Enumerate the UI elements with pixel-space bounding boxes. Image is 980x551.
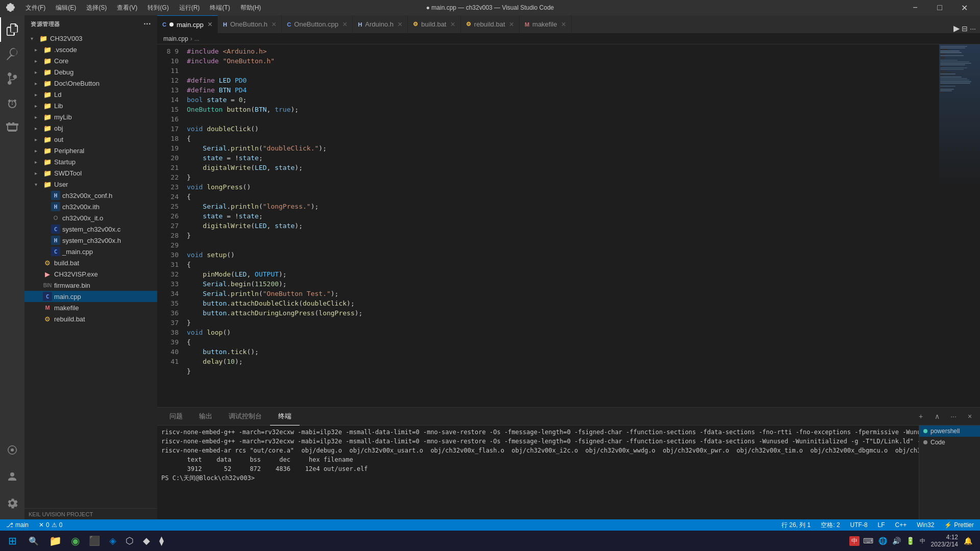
run-button[interactable]: ▶ [953, 23, 960, 33]
language-status[interactable]: C++ [893, 521, 909, 529]
taskbar-app-extra2[interactable]: ◆ [139, 531, 154, 551]
tab-close-4[interactable]: × [450, 20, 455, 29]
tree-item-23[interactable]: Mmakefile [24, 302, 157, 313]
tab-close-1[interactable]: × [272, 20, 276, 29]
tree-item-22[interactable]: Cmain.cpp [24, 291, 157, 302]
panel-tab-terminal[interactable]: 终端 [270, 408, 300, 425]
notifications-icon[interactable]: 🔔 [962, 537, 974, 545]
tab-6[interactable]: Mmakefile× [520, 15, 572, 33]
toggle-panel-button[interactable]: ∧ [931, 410, 943, 422]
menu-item-0[interactable]: 文件(F) [21, 3, 50, 13]
clock[interactable]: 4:12 2023/2/14 [929, 534, 960, 548]
taskbar-search[interactable]: 🔍 [23, 531, 44, 551]
tree-root[interactable]: ▾ 📁 CH32V003 [24, 33, 157, 44]
tree-item-21[interactable]: BINfirmware.bin [24, 280, 157, 291]
taskbar-app-files[interactable]: 📁 [45, 531, 66, 551]
tree-item-1[interactable]: ▸📁Core [24, 55, 157, 66]
menu-item-1[interactable]: 编辑(E) [52, 3, 80, 13]
tree-item-7[interactable]: ▸📁obj [24, 122, 157, 134]
tree-item-14[interactable]: Hch32v00x.ith [24, 201, 157, 212]
tree-item-19[interactable]: ⚙build.bat [24, 257, 157, 268]
tab-close-5[interactable]: × [509, 20, 514, 29]
tab-close-6[interactable]: × [561, 20, 566, 29]
explorer-activity-icon[interactable] [0, 17, 24, 42]
remote-activity-icon[interactable] [0, 438, 24, 462]
account-activity-icon[interactable] [0, 464, 24, 489]
sidebar-content[interactable]: ▾ 📁 CH32V003 ▸📁.vscode▸📁Core▸📁Debug▸📁Doc… [24, 33, 157, 508]
tree-item-15[interactable]: Och32v00x_it.o [24, 212, 157, 223]
tab-0[interactable]: Cmain.cpp× [157, 15, 218, 33]
minimize-button[interactable]: − [903, 0, 927, 15]
tab-5[interactable]: ⚙rebuild.bat× [461, 15, 520, 33]
tree-item-11[interactable]: ▸📁SWDTool [24, 167, 157, 179]
panel-tab-output[interactable]: 输出 [191, 408, 220, 425]
tree-item-24[interactable]: ⚙rebuild.bat [24, 313, 157, 324]
start-button[interactable]: ⊞ [2, 531, 22, 551]
cursor-position-status[interactable]: 行 26, 列 1 [779, 521, 813, 530]
tab-2[interactable]: COneButton.cpp× [282, 15, 353, 33]
new-terminal-button[interactable]: + [915, 410, 927, 422]
keil-project-bar[interactable]: KEIL UVISION PROJECT [24, 508, 157, 519]
terminal-item-powershell[interactable]: powershell [919, 425, 980, 437]
close-panel-button[interactable]: × [964, 410, 976, 422]
code-area[interactable]: #include <Arduino.h>#include "OneButton.… [183, 44, 939, 407]
menu-item-6[interactable]: 终端(T) [206, 3, 234, 13]
tab-3[interactable]: HArduino.h× [353, 15, 408, 33]
sidebar-more-icon[interactable]: ··· [143, 19, 151, 29]
debug-activity-icon[interactable] [0, 91, 24, 115]
more-button[interactable]: ··· [970, 24, 976, 33]
git-branch-status[interactable]: ⎇ main [4, 521, 31, 529]
encoding-status[interactable]: UTF-8 [848, 521, 870, 529]
menu-item-5[interactable]: 运行(R) [175, 3, 204, 13]
tree-item-17[interactable]: Hsystem_ch32v00x.h [24, 235, 157, 246]
formatter-status[interactable]: ⚡ Prettier [942, 521, 976, 529]
source-control-activity-icon[interactable] [0, 66, 24, 91]
close-button[interactable]: ✕ [952, 0, 976, 15]
tree-item-12[interactable]: ▾📁User [24, 179, 157, 190]
line-ending-status[interactable]: LF [876, 521, 887, 529]
errors-warnings-status[interactable]: ✕ 0 ⚠ 0 [37, 521, 64, 529]
tree-item-3[interactable]: ▸📁Doc\OneButton [24, 78, 157, 89]
terminal-item-code[interactable]: Code [919, 437, 980, 448]
tree-item-4[interactable]: ▸📁Ld [24, 89, 157, 100]
menu-item-7[interactable]: 帮助(H) [236, 3, 265, 13]
tab-close-2[interactable]: × [342, 20, 347, 29]
search-activity-icon[interactable] [0, 42, 24, 66]
tab-4[interactable]: ⚙build.bat× [408, 15, 461, 33]
breadcrumb-file[interactable]: main.cpp [163, 35, 188, 42]
taskbar-app-extra1[interactable]: ⬡ [121, 531, 138, 551]
tree-item-20[interactable]: ▶CH32VISP.exe [24, 268, 157, 280]
indent-status[interactable]: 空格: 2 [819, 521, 842, 530]
terminal-content[interactable]: riscv-none-embed-g++ -march=rv32ecxw -ma… [157, 425, 919, 519]
network-tray-icon[interactable]: 🌐 [877, 537, 889, 545]
taskbar-app-extra3[interactable]: ⧫ [155, 531, 168, 551]
keyboard-tray-icon[interactable]: ⌨ [862, 537, 875, 545]
breadcrumb-more[interactable]: ... [194, 35, 200, 42]
taskbar-app-chrome[interactable]: ◉ [67, 531, 84, 551]
tab-close-0[interactable]: × [208, 20, 212, 29]
tab-close-3[interactable]: × [398, 20, 402, 29]
tree-item-9[interactable]: ▸📁Peripheral [24, 145, 157, 156]
menu-item-4[interactable]: 转到(G) [143, 3, 173, 13]
menu-item-2[interactable]: 选择(S) [82, 3, 111, 13]
tree-item-2[interactable]: ▸📁Debug [24, 66, 157, 78]
split-editor-button[interactable]: ⊟ [962, 24, 968, 33]
taskbar-app-vscode[interactable]: ◈ [105, 531, 120, 551]
taskbar-app-terminal[interactable]: ⬛ [85, 531, 104, 551]
maximize-button[interactable]: □ [928, 0, 951, 15]
tree-item-10[interactable]: ▸📁Startup [24, 156, 157, 167]
battery-tray-icon[interactable]: 🔋 [904, 537, 916, 545]
platform-status[interactable]: Win32 [915, 521, 936, 529]
extensions-activity-icon[interactable] [0, 115, 24, 140]
tree-item-13[interactable]: Hch32v00x_conf.h [24, 190, 157, 201]
tree-item-0[interactable]: ▸📁.vscode [24, 44, 157, 55]
menu-item-3[interactable]: 查看(V) [113, 3, 141, 13]
tree-item-16[interactable]: Csystem_ch32v00x.c [24, 223, 157, 235]
volume-tray-icon[interactable]: 🔊 [891, 537, 902, 545]
tree-item-5[interactable]: ▸📁Lib [24, 100, 157, 111]
tree-item-18[interactable]: C_main.cpp [24, 246, 157, 257]
ime-tray[interactable]: 中 [918, 537, 927, 545]
settings-activity-icon[interactable] [0, 491, 24, 515]
panel-tab-debug[interactable]: 调试控制台 [220, 408, 270, 425]
input-method[interactable]: 中 [849, 536, 860, 546]
